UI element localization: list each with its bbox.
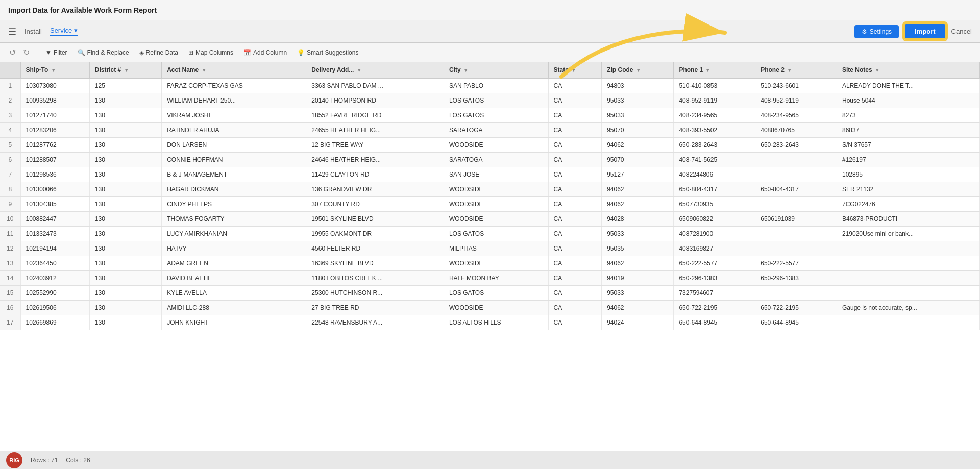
cell-phone1[interactable]: 650-722-2195 [674, 301, 755, 315]
cell-site-notes[interactable]: 102895 [837, 167, 979, 182]
cell-row-num[interactable]: 12 [0, 241, 20, 256]
cell-city[interactable]: LOS GATOS [444, 227, 548, 241]
cell-district[interactable]: 130 [89, 167, 161, 182]
cell-row-num[interactable]: 3 [0, 108, 20, 123]
cell-phone2[interactable]: 650-283-2643 [755, 138, 837, 153]
cell-phone1[interactable]: 650-296-1383 [674, 271, 755, 286]
cancel-button[interactable]: Cancel [951, 28, 972, 35]
cell-site-notes[interactable]: B46873-PRODUCTI [837, 212, 979, 227]
cell-delivery-addr[interactable]: 24655 HEATHER HEIG... [306, 123, 444, 138]
table-row[interactable]: 12102194194130HA IVY4560 FELTER RDMILPIT… [0, 241, 980, 256]
cell-district[interactable]: 130 [89, 271, 161, 286]
col-district[interactable]: District # ▾ [89, 62, 161, 78]
cell-site-notes[interactable]: 8273 [837, 108, 979, 123]
cell-acct-name[interactable]: CINDY PHELPS [162, 197, 306, 212]
cell-ship-to[interactable]: 102194194 [20, 241, 89, 256]
cell-ship-to[interactable]: 102619506 [20, 301, 89, 315]
refine-data-button[interactable]: ◈ Refine Data [135, 47, 182, 58]
cell-phone2[interactable] [755, 241, 837, 256]
cell-phone1[interactable]: 6507730935 [674, 197, 755, 212]
cell-ship-to[interactable]: 101271740 [20, 108, 89, 123]
cell-phone1[interactable]: 408-393-5502 [674, 123, 755, 138]
cell-site-notes[interactable]: S/N 37657 [837, 138, 979, 153]
cell-district[interactable]: 130 [89, 182, 161, 197]
cell-phone2[interactable] [755, 167, 837, 182]
cell-ship-to[interactable]: 102403912 [20, 271, 89, 286]
cell-state[interactable]: CA [548, 167, 602, 182]
cell-phone2[interactable] [755, 227, 837, 241]
cell-row-num[interactable]: 11 [0, 227, 20, 241]
add-column-button[interactable]: 📅 Add Column [239, 47, 291, 58]
cell-phone2[interactable] [755, 153, 837, 167]
cell-state[interactable]: CA [548, 78, 602, 93]
col-phone1[interactable]: Phone 1 ▾ [674, 62, 755, 78]
cell-state[interactable]: CA [548, 315, 602, 330]
cell-ship-to[interactable]: 102552990 [20, 286, 89, 301]
col-zip-code[interactable]: Zip Code ▾ [602, 62, 674, 78]
cell-phone2[interactable]: 4088670765 [755, 123, 837, 138]
cell-delivery-addr[interactable]: 16369 SKYLINE BLVD [306, 256, 444, 271]
cell-site-notes[interactable]: SER 21132 [837, 182, 979, 197]
table-row[interactable]: 17102669869130JOHN KNIGHT22548 RAVENSBUR… [0, 315, 980, 330]
cell-delivery-addr[interactable]: 24646 HEATHER HEIG... [306, 153, 444, 167]
cell-ship-to[interactable]: 101283206 [20, 123, 89, 138]
cell-row-num[interactable]: 5 [0, 138, 20, 153]
table-row[interactable]: 4101283206130RATINDER AHUJA24655 HEATHER… [0, 123, 980, 138]
cell-site-notes[interactable]: 219020Use mini or bank... [837, 227, 979, 241]
cell-phone1[interactable]: 4083169827 [674, 241, 755, 256]
cell-state[interactable]: CA [548, 182, 602, 197]
cell-state[interactable]: CA [548, 286, 602, 301]
cell-delivery-addr[interactable]: 18552 FAVRE RIDGE RD [306, 108, 444, 123]
import-button[interactable]: Import [904, 23, 946, 40]
nav-install[interactable]: Install [24, 28, 42, 35]
redo-button[interactable]: ↻ [20, 46, 33, 58]
cell-city[interactable]: WOODSIDE [444, 197, 548, 212]
cell-row-num[interactable]: 7 [0, 167, 20, 182]
cell-state[interactable]: CA [548, 271, 602, 286]
cell-site-notes[interactable] [837, 271, 979, 286]
table-row[interactable]: 13102364450130ADAM GREEN16369 SKYLINE BL… [0, 256, 980, 271]
cell-delivery-addr[interactable]: 22548 RAVENSBURY A... [306, 315, 444, 330]
cell-delivery-addr[interactable]: 307 COUNTY RD [306, 197, 444, 212]
cell-phone1[interactable]: 650-644-8945 [674, 315, 755, 330]
cell-phone1[interactable]: 650-804-4317 [674, 182, 755, 197]
cell-district[interactable]: 130 [89, 286, 161, 301]
col-phone2[interactable]: Phone 2 ▾ [755, 62, 837, 78]
cell-zip-code[interactable]: 95127 [602, 167, 674, 182]
cell-row-num[interactable]: 10 [0, 212, 20, 227]
cell-acct-name[interactable]: WILLIAM DEHART 250... [162, 93, 306, 108]
cell-district[interactable]: 130 [89, 301, 161, 315]
cell-state[interactable]: CA [548, 153, 602, 167]
cell-delivery-addr[interactable]: 25300 HUTCHINSON R... [306, 286, 444, 301]
cell-city[interactable]: LOS GATOS [444, 108, 548, 123]
cell-acct-name[interactable]: AMIDI LLC-288 [162, 301, 306, 315]
cell-ship-to[interactable]: 103073080 [20, 78, 89, 93]
cell-district[interactable]: 130 [89, 256, 161, 271]
cell-site-notes[interactable]: #126197 [837, 153, 979, 167]
undo-button[interactable]: ↺ [6, 46, 19, 58]
cell-row-num[interactable]: 13 [0, 256, 20, 271]
table-row[interactable]: 6101288507130CONNIE HOFFMAN24646 HEATHER… [0, 153, 980, 167]
cell-district[interactable]: 130 [89, 93, 161, 108]
cell-phone1[interactable]: 7327594607 [674, 286, 755, 301]
cell-district[interactable]: 130 [89, 197, 161, 212]
cell-delivery-addr[interactable]: 136 GRANDVIEW DR [306, 182, 444, 197]
cell-state[interactable]: CA [548, 197, 602, 212]
cell-district[interactable]: 130 [89, 153, 161, 167]
col-delivery-addr[interactable]: Delivery Add... ▾ [306, 62, 444, 78]
cell-city[interactable]: WOODSIDE [444, 182, 548, 197]
cell-row-num[interactable]: 15 [0, 286, 20, 301]
cell-ship-to[interactable]: 101300066 [20, 182, 89, 197]
cell-phone1[interactable]: 6509060822 [674, 212, 755, 227]
cell-delivery-addr[interactable]: 27 BIG TREE RD [306, 301, 444, 315]
table-row[interactable]: 2100935298130WILLIAM DEHART 250...20140 … [0, 93, 980, 108]
cell-phone1[interactable]: 650-222-5577 [674, 256, 755, 271]
cell-zip-code[interactable]: 95070 [602, 123, 674, 138]
cell-delivery-addr[interactable]: 19955 OAKMONT DR [306, 227, 444, 241]
cell-phone2[interactable]: 408-234-9565 [755, 108, 837, 123]
table-row[interactable]: 10100882447130THOMAS FOGARTY19501 SKYLIN… [0, 212, 980, 227]
cell-zip-code[interactable]: 95033 [602, 286, 674, 301]
cell-zip-code[interactable]: 94062 [602, 256, 674, 271]
cell-delivery-addr[interactable]: 12 BIG TREE WAY [306, 138, 444, 153]
cell-site-notes[interactable]: House 5044 [837, 93, 979, 108]
